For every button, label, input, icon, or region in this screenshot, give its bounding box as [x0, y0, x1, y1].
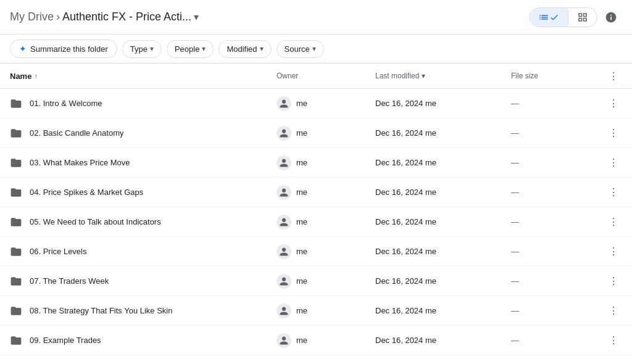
owner-cell: me	[276, 185, 375, 200]
modified-column-header[interactable]: Last modified ▾	[375, 72, 511, 80]
name-cell: 07. The Traders Week	[10, 275, 276, 287]
grid-view-button[interactable]	[568, 8, 597, 27]
source-filter-button[interactable]: Source ▾	[276, 40, 324, 58]
table-row[interactable]: 08. The Strategy That Fits You Like Skin…	[0, 296, 632, 326]
avatar	[276, 185, 291, 200]
breadcrumb: My Drive › Authentic FX - Price Acti... …	[10, 10, 529, 23]
owner-cell: me	[276, 126, 375, 141]
type-filter-button[interactable]: Type ▾	[122, 40, 162, 58]
row-actions: ⋮	[597, 125, 622, 142]
folder-icon	[10, 97, 22, 110]
row-actions: ⋮	[597, 95, 622, 112]
row-more-button[interactable]: ⋮	[605, 243, 622, 260]
row-more-button[interactable]: ⋮	[605, 332, 622, 349]
breadcrumb-separator: ›	[56, 10, 60, 23]
breadcrumb-current[interactable]: Authentic FX - Price Acti... ▾	[62, 10, 199, 23]
modified-cell: Dec 16, 2024 me	[375, 158, 511, 167]
file-name: 06. Price Levels	[30, 247, 87, 256]
table-row[interactable]: 09. Example Trades me Dec 16, 2024 me — …	[0, 326, 632, 355]
avatar	[276, 304, 291, 318]
size-cell: —	[511, 158, 597, 167]
folder-icon	[10, 246, 22, 258]
info-button[interactable]	[600, 6, 622, 28]
file-name: 08. The Strategy That Fits You Like Skin	[30, 306, 173, 315]
modified-cell: Dec 16, 2024 me	[375, 306, 511, 315]
checkmark-icon	[549, 12, 559, 22]
file-name: 05. We Need to Talk about Indicators	[30, 217, 161, 226]
table-row[interactable]: 10. What To Do Now me Dec 16, 2024 me — …	[0, 355, 632, 358]
list-view-button[interactable]	[530, 8, 568, 27]
row-actions: ⋮	[597, 332, 622, 349]
table-more-button[interactable]: ⋮	[605, 67, 622, 85]
table-row[interactable]: 01. Intro & Welcome me Dec 16, 2024 me —…	[0, 89, 632, 118]
row-more-button[interactable]: ⋮	[605, 213, 622, 231]
table-header: Name ↑ Owner Last modified ▾ File size ⋮	[0, 64, 632, 89]
file-name: 04. Price Spikes & Market Gaps	[30, 188, 143, 197]
avatar	[276, 126, 291, 141]
owner-cell: me	[276, 274, 375, 289]
person-icon	[279, 128, 289, 138]
folder-icon	[10, 216, 22, 228]
row-more-button[interactable]: ⋮	[605, 184, 622, 201]
row-actions: ⋮	[597, 243, 622, 260]
size-cell: —	[511, 217, 597, 226]
table-row[interactable]: 07. The Traders Week me Dec 16, 2024 me …	[0, 267, 632, 296]
row-actions: ⋮	[597, 273, 622, 290]
row-more-button[interactable]: ⋮	[605, 154, 622, 172]
table-body: 01. Intro & Welcome me Dec 16, 2024 me —…	[0, 89, 632, 358]
modified-cell: Dec 16, 2024 me	[375, 247, 511, 256]
modified-cell: Dec 16, 2024 me	[375, 128, 511, 138]
folder-icon	[10, 275, 22, 287]
modified-cell: Dec 16, 2024 me	[375, 336, 511, 345]
name-column-header[interactable]: Name ↑	[10, 72, 276, 81]
row-actions: ⋮	[597, 184, 622, 201]
name-cell: 03. What Makes Price Move	[10, 157, 276, 169]
grid-icon	[577, 12, 588, 23]
size-cell: —	[511, 336, 597, 345]
file-name: 07. The Traders Week	[30, 276, 109, 286]
table-row[interactable]: 05. We Need to Talk about Indicators me …	[0, 207, 632, 237]
modified-cell: Dec 16, 2024 me	[375, 99, 511, 108]
table-row[interactable]: 04. Price Spikes & Market Gaps me Dec 16…	[0, 178, 632, 207]
table-row[interactable]: 06. Price Levels me Dec 16, 2024 me — ⋮	[0, 237, 632, 267]
row-actions: ⋮	[597, 213, 622, 231]
owner-cell: me	[276, 304, 375, 318]
info-icon	[605, 11, 617, 23]
owner-cell: me	[276, 333, 375, 348]
person-icon	[279, 188, 289, 197]
file-name: 02. Basic Candle Anatomy	[30, 128, 123, 138]
row-more-button[interactable]: ⋮	[605, 95, 622, 112]
breadcrumb-root[interactable]: My Drive	[10, 10, 54, 23]
avatar	[276, 155, 291, 170]
row-more-button[interactable]: ⋮	[605, 302, 622, 320]
owner-cell: me	[276, 215, 375, 230]
modified-filter-button[interactable]: Modified ▾	[218, 40, 271, 58]
name-cell: 09. Example Trades	[10, 334, 276, 347]
file-name: 03. What Makes Price Move	[30, 158, 130, 167]
name-cell: 02. Basic Candle Anatomy	[10, 127, 276, 139]
folder-icon	[10, 305, 22, 317]
header: My Drive › Authentic FX - Price Acti... …	[0, 0, 632, 35]
table-row[interactable]: 03. What Makes Price Move me Dec 16, 202…	[0, 148, 632, 178]
row-more-button[interactable]: ⋮	[605, 273, 622, 290]
view-toggle	[529, 7, 597, 27]
people-filter-button[interactable]: People ▾	[167, 40, 214, 58]
summarize-button[interactable]: ✦ Summarize this folder	[10, 39, 117, 58]
person-icon	[279, 276, 289, 286]
avatar	[276, 333, 291, 348]
table-row[interactable]: 02. Basic Candle Anatomy me Dec 16, 2024…	[0, 118, 632, 148]
more-column-header: ⋮	[597, 67, 622, 85]
size-cell: —	[511, 99, 597, 108]
avatar	[276, 215, 291, 230]
row-actions: ⋮	[597, 302, 622, 320]
file-name: 09. Example Trades	[30, 336, 101, 345]
name-cell: 06. Price Levels	[10, 246, 276, 258]
person-icon	[279, 99, 289, 109]
list-icon	[538, 12, 549, 23]
row-more-button[interactable]: ⋮	[605, 125, 622, 142]
size-column-header: File size	[511, 72, 597, 80]
owner-cell: me	[276, 96, 375, 111]
owner-cell: me	[276, 155, 375, 170]
name-cell: 05. We Need to Talk about Indicators	[10, 216, 276, 228]
folder-icon	[10, 334, 22, 347]
